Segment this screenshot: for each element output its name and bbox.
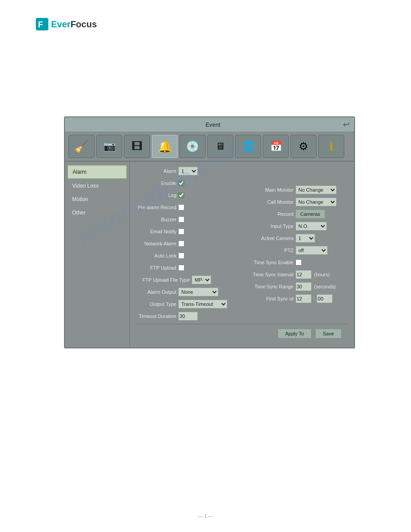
- email-notify-row: Email Notify: [136, 227, 240, 236]
- time-sync-range-label: Time Sync Range: [244, 284, 294, 289]
- main-monitor-label: Main Monitor: [244, 187, 294, 193]
- main-monitor-select[interactable]: No ChangeFullQuad: [295, 185, 337, 194]
- alarm-output-row: Alarm Output None12: [136, 287, 240, 297]
- input-type-select[interactable]: N.O.N.C.: [295, 222, 327, 231]
- left-column: Alarm 1234 Enable Log: [136, 166, 240, 321]
- ftp-file-type-select[interactable]: MP4AVI: [192, 275, 211, 284]
- sidebar-alarm-label: Alarm: [73, 169, 86, 175]
- save-button[interactable]: Save: [315, 329, 342, 339]
- wizard-icon: 🧹: [74, 140, 89, 154]
- ftp-checkbox[interactable]: [178, 265, 184, 271]
- logo-text: EverFocus: [51, 19, 97, 30]
- ptz-row: PTZ off12: [244, 245, 348, 255]
- output-type-label: Output Type: [136, 301, 176, 307]
- log-label: Log: [136, 193, 176, 198]
- alarm-output-label: Alarm Output: [136, 289, 176, 295]
- record-label: Record: [244, 211, 294, 217]
- toolbar-schedule-btn[interactable]: 📅: [263, 135, 289, 158]
- toolbar-settings-btn[interactable]: ⚙: [291, 135, 317, 158]
- auto-lock-label: Auto Lock: [136, 253, 176, 258]
- sidebar-item-motion[interactable]: Motion: [68, 193, 127, 206]
- everfocus-logo-icon: F: [36, 18, 48, 30]
- sidebar: Alarm Video Loss Motion Other: [65, 162, 130, 348]
- time-sync-enable-checkbox[interactable]: [295, 259, 302, 266]
- sidebar-motion-label: Motion: [72, 196, 88, 202]
- toolbar-info-btn[interactable]: ℹ: [318, 135, 344, 158]
- right-column: Main Monitor No ChangeFullQuad Call Moni…: [244, 166, 348, 321]
- time-sync-interval-input[interactable]: [295, 270, 312, 279]
- first-sync-hour-input[interactable]: [295, 294, 312, 303]
- auto-lock-checkbox[interactable]: [178, 253, 184, 259]
- gear-icon: ⚙: [299, 140, 308, 153]
- button-bar: Apply To Save: [136, 324, 348, 343]
- alarm-row: Alarm 1234: [136, 166, 240, 176]
- buzzer-row: Buzzer: [136, 215, 240, 224]
- record-row: Record Cameras: [244, 209, 348, 219]
- ptz-label: PTZ: [244, 248, 294, 253]
- time-sync-range-row: Time Sync Range (seconds): [244, 282, 348, 292]
- alarm-output-select[interactable]: None12: [178, 287, 218, 296]
- dialog-title: Event: [83, 121, 343, 128]
- svg-text:F: F: [38, 20, 43, 29]
- time-sync-enable-label: Time Sync Enable: [244, 260, 294, 265]
- main-monitor-row: Main Monitor No ChangeFullQuad: [244, 185, 348, 195]
- toolbar-disk-btn[interactable]: 💿: [180, 135, 206, 158]
- dialog-content: Alarm Video Loss Motion Other Alarm: [65, 162, 354, 348]
- sidebar-item-video-loss[interactable]: Video Loss: [68, 180, 127, 192]
- time-sync-enable-row: Time Sync Enable: [244, 257, 348, 267]
- call-monitor-select[interactable]: No ChangeFullQuad: [295, 197, 337, 206]
- call-monitor-label: Call Monitor: [244, 199, 294, 205]
- sidebar-videoloss-label: Video Loss: [72, 183, 98, 189]
- toolbar-wizard-btn[interactable]: 🧹: [68, 135, 94, 158]
- toolbar-alarm-btn[interactable]: 🔔: [152, 135, 178, 158]
- disk-icon: 💿: [186, 140, 199, 153]
- first-sync-label: First Sync of: [244, 296, 294, 301]
- output-type-select[interactable]: Trans-TimeoutN.O.N.C.: [178, 300, 227, 309]
- active-camera-select[interactable]: 1234: [295, 234, 315, 243]
- time-sync-interval-label: Time Sync Interval: [244, 272, 294, 277]
- enable-label: Enable: [136, 180, 176, 186]
- active-camera-label: Active Camera: [244, 236, 294, 241]
- ftp-label: FTP Upload: [136, 265, 176, 270]
- email-checkbox[interactable]: [178, 228, 184, 235]
- record-button[interactable]: Cameras: [295, 210, 325, 219]
- sidebar-other-label: Other: [72, 210, 86, 216]
- ftp-upload-row: FTP Upload: [136, 263, 240, 273]
- auto-lock-row: Auto Lock: [136, 251, 240, 261]
- network-checkbox[interactable]: [178, 240, 184, 247]
- toolbar-camera-btn[interactable]: 📷: [96, 135, 122, 158]
- schedule-icon: 📅: [270, 141, 282, 152]
- time-sync-interval-unit: (hours): [314, 272, 330, 277]
- input-type-label: Input Type: [244, 223, 294, 229]
- ptz-select[interactable]: off12: [295, 246, 328, 255]
- reel-icon: 🎞: [132, 140, 142, 153]
- apply-to-button[interactable]: Apply To: [278, 329, 312, 339]
- toolbar-record-btn[interactable]: 🎞: [124, 135, 150, 158]
- toolbar-network-btn[interactable]: 🌐: [235, 135, 261, 158]
- pre-alarm-checkbox[interactable]: [178, 204, 184, 210]
- time-sync-range-input[interactable]: [295, 282, 312, 291]
- timeout-duration-row: Timeout Duration: [136, 311, 240, 321]
- back-button[interactable]: ↩: [343, 120, 350, 129]
- buzzer-checkbox[interactable]: [178, 216, 184, 223]
- active-camera-row: Active Camera 1234: [244, 233, 348, 243]
- network-label: Network Alarm: [136, 241, 176, 246]
- pre-alarm-label: Pre-alarm Record: [136, 205, 176, 210]
- timeout-duration-input[interactable]: [178, 312, 198, 321]
- sidebar-item-alarm[interactable]: Alarm: [68, 165, 127, 179]
- info-icon: ℹ: [329, 140, 334, 154]
- ftp-file-type-label: FTP Upload File Type: [136, 277, 190, 283]
- enable-checkbox[interactable]: [178, 180, 184, 186]
- alarm-select[interactable]: 1234: [178, 167, 198, 176]
- first-sync-min-input[interactable]: [317, 294, 333, 303]
- network-alarm-row: Network Alarm: [136, 239, 240, 249]
- logo-brand-color: Ever: [51, 19, 70, 29]
- log-checkbox[interactable]: [178, 192, 184, 198]
- toolbar: 🧹 📷 🎞 🔔 💿 🖥 🌐 📅 ⚙: [65, 132, 354, 162]
- sidebar-item-other[interactable]: Other: [68, 206, 127, 219]
- first-sync-row: First Sync of :: [244, 294, 348, 304]
- toolbar-monitor-btn[interactable]: 🖥: [207, 135, 233, 158]
- main-panel: Alarm 1234 Enable Log: [130, 162, 354, 348]
- log-row: Log: [136, 190, 240, 200]
- time-sync-interval-row: Time Sync Interval (hours): [244, 270, 348, 279]
